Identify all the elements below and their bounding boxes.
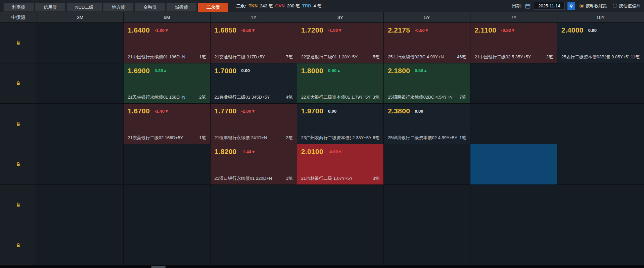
- empty-cell[interactable]: [557, 104, 644, 144]
- selected-cell[interactable]: [470, 144, 557, 185]
- empty-cell[interactable]: [384, 185, 470, 225]
- trade-count: 1笔: [199, 54, 206, 60]
- empty-cell[interactable]: [470, 225, 557, 266]
- change: -1.00▼: [328, 28, 342, 33]
- quote-cell[interactable]: 1.6700-1.40▼21东莞银行二级02 166D+5Y1笔: [124, 104, 210, 144]
- grid-row-6: [0, 225, 644, 266]
- radio-option-2[interactable]: 按估值偏离: [613, 3, 641, 9]
- trade-count: 3笔: [373, 175, 379, 181]
- trade-summary: 二永: TKN242 笔GVN200 笔TRD4 笔: [236, 3, 321, 9]
- horizontal-scrollbar[interactable]: [0, 266, 644, 268]
- quote-cell[interactable]: 2.0100-4.00▼21吉林银行二级 1.07Y+5Y3笔: [297, 144, 384, 185]
- today-button[interactable]: 今: [567, 2, 575, 10]
- column-header-10Y: 10Y: [557, 12, 644, 23]
- price: 1.9700: [301, 107, 323, 115]
- empty-cell[interactable]: [557, 63, 644, 104]
- radio-label: 按估值偏离: [619, 3, 641, 9]
- empty-cell[interactable]: [37, 185, 124, 225]
- empty-cell[interactable]: [557, 185, 644, 225]
- empty-cell[interactable]: [37, 23, 124, 63]
- empty-cell[interactable]: [124, 144, 210, 185]
- summary-tag: TKN: [249, 3, 258, 8]
- quote-cell[interactable]: 1.80000.50▲22光大银行二级资本债01 1.79Y+5Y3笔: [297, 63, 384, 104]
- scrollbar-thumb[interactable]: [151, 266, 166, 268]
- price: 1.8000: [301, 67, 323, 75]
- price: 1.7000: [215, 67, 237, 75]
- empty-cell[interactable]: [557, 144, 644, 185]
- change: -1.00▼: [154, 28, 169, 33]
- tab-7[interactable]: 二永债: [198, 3, 228, 12]
- quote-cell[interactable]: 1.8200-1.44▼21汉口银行永续债01 220D+N1笔: [211, 144, 297, 185]
- summary-tag: GVN: [275, 3, 285, 8]
- empty-cell[interactable]: [384, 144, 470, 185]
- change: 0.00: [415, 109, 423, 114]
- bond-name: 23广州农商行二级资本债( 2.38Y+5Y: [301, 135, 371, 141]
- quote-cell[interactable]: 2.1100-0.82▼21中国银行二级02 5.35Y+5Y2笔: [470, 23, 557, 63]
- trade-count: 46笔: [457, 54, 466, 60]
- empty-cell[interactable]: [124, 185, 210, 225]
- empty-cell[interactable]: [297, 185, 384, 225]
- radio-option-1[interactable]: 按昨收涨跌: [580, 3, 607, 9]
- empty-cell[interactable]: [470, 63, 557, 104]
- tab-1[interactable]: 利率债: [3, 3, 34, 12]
- tab-5[interactable]: 金融债: [135, 3, 165, 12]
- calendar-button[interactable]: [524, 3, 531, 9]
- row-lock-cell[interactable]: [0, 63, 37, 104]
- bond-name: 25工行永续债02BC 4.99Y+N: [388, 54, 444, 60]
- app-root: 利率债信用债NCD二级地方债金融债城投债二永债 二永: TKN242 笔GVN2…: [0, 0, 644, 268]
- quote-cell[interactable]: 1.69000.39▲21民生银行永续债01 158D+N2笔: [124, 63, 210, 104]
- quote-cell[interactable]: 1.70000.0021兴业银行二级01 345D+5Y4笔: [211, 63, 297, 104]
- empty-cell[interactable]: [557, 225, 644, 266]
- change: 0.00: [588, 28, 597, 33]
- column-header-6M: 6M: [124, 12, 210, 23]
- quote-cell[interactable]: 1.7700-2.00▼21恒丰银行永续债 241D+N2笔: [211, 104, 297, 144]
- trade-count: 6笔: [373, 135, 379, 141]
- quote-cell[interactable]: 2.18000.50▲25招商银行永续债02BC 4.54Y+N7笔: [384, 63, 470, 104]
- empty-cell[interactable]: [470, 185, 557, 225]
- price: 2.0100: [301, 148, 323, 156]
- grid-row-1: 1.6400-1.00▼21中国银行永续债01 186D+N1笔1.6850-0…: [0, 23, 644, 63]
- column-header-7Y: 7Y: [470, 12, 557, 23]
- tab-4[interactable]: 地方债: [103, 3, 134, 12]
- lock-icon: [16, 40, 21, 45]
- tab-3[interactable]: NCD二级: [66, 3, 102, 12]
- empty-cell[interactable]: [211, 225, 297, 266]
- date-input[interactable]: 2025-11-14: [534, 2, 565, 10]
- empty-cell[interactable]: [37, 63, 124, 104]
- price: 2.1100: [474, 26, 496, 34]
- quote-cell[interactable]: 1.7200-1.00▼22交通银行二级01 1.28Y+5Y5笔: [297, 23, 384, 63]
- quote-cell[interactable]: 1.6850-0.50▼21交通银行二级 317D+5Y7笔: [211, 23, 297, 63]
- empty-cell[interactable]: [211, 185, 297, 225]
- empty-cell[interactable]: [37, 104, 124, 144]
- change: 0.50▲: [328, 68, 341, 73]
- lock-icon: [16, 81, 21, 86]
- row-lock-cell[interactable]: [0, 104, 37, 144]
- quote-cell[interactable]: 1.6400-1.00▼21中国银行永续债01 186D+N1笔: [124, 23, 210, 63]
- price: 2.1800: [388, 67, 410, 75]
- corner-header: 中债隐: [0, 12, 37, 23]
- price: 1.7700: [215, 107, 237, 115]
- quote-cell[interactable]: 1.97000.0023广州农商行二级资本债( 2.38Y+5Y6笔: [297, 104, 384, 144]
- row-lock-cell[interactable]: [0, 185, 37, 225]
- empty-cell[interactable]: [37, 144, 124, 185]
- empty-cell[interactable]: [384, 225, 470, 266]
- tab-2[interactable]: 信用债: [35, 3, 65, 12]
- empty-cell[interactable]: [297, 225, 384, 266]
- row-lock-cell[interactable]: [0, 23, 37, 63]
- quote-cell[interactable]: 2.40000.0025农行二级资本债03B(售 9.85Y+5Y11笔: [557, 23, 644, 63]
- empty-cell[interactable]: [470, 104, 557, 144]
- trade-count: 2笔: [199, 94, 206, 100]
- bond-name: 25华润银行二级资本债02 4.99Y+5Y: [388, 135, 457, 141]
- empty-cell[interactable]: [37, 225, 124, 266]
- lock-icon: [16, 162, 21, 167]
- quote-cell[interactable]: 2.2175-0.50▼25工行永续债02BC 4.99Y+N46笔: [384, 23, 470, 63]
- quote-cell[interactable]: 2.38000.0025华润银行二级资本债02 4.99Y+5Y1笔: [384, 104, 470, 144]
- price: 2.2175: [388, 26, 410, 34]
- row-lock-cell[interactable]: [0, 144, 37, 185]
- empty-cell[interactable]: [124, 225, 210, 266]
- bond-name: 21兴业银行二级01 345D+5Y: [215, 94, 270, 100]
- tab-6[interactable]: 城投债: [166, 3, 197, 12]
- quote-grid: 1.6400-1.00▼21中国银行永续债01 186D+N1笔1.6850-0…: [0, 23, 644, 266]
- price: 1.7200: [301, 26, 323, 34]
- row-lock-cell[interactable]: [0, 225, 37, 266]
